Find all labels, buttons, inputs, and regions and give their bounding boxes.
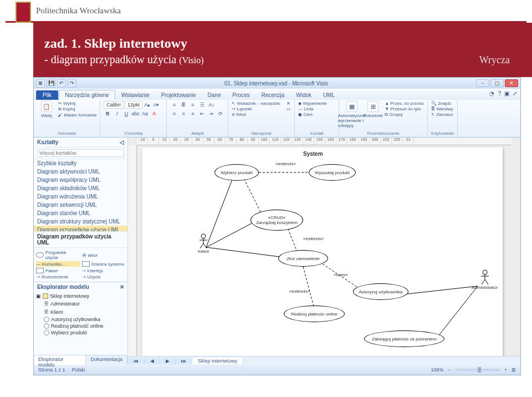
close-child-icon[interactable]: ⤢ — [513, 90, 517, 96]
stencil-component[interactable]: Diagram składników UML — [34, 184, 127, 192]
tree-root[interactable]: ▣ Sklep internetowy — [36, 293, 125, 299]
align-top-button[interactable]: ≡ — [170, 101, 178, 109]
maximize-button[interactable]: ▢ — [490, 79, 504, 87]
shapes-search-input[interactable] — [37, 149, 124, 157]
font-name-select[interactable]: Calibri — [104, 101, 124, 109]
send-back-button[interactable]: ▼ Przesuń do tyłu — [385, 106, 424, 111]
tree-realizuj[interactable]: Realizuj płatność online — [36, 323, 125, 329]
pointer-tool[interactable]: ↖ Wskaźnik – narzędzie — [232, 101, 280, 106]
cut-button[interactable]: ✂ Wytnij — [58, 101, 96, 106]
bold-button[interactable]: B — [104, 110, 111, 118]
help-icon[interactable]: ? — [498, 90, 501, 96]
stencil-state[interactable]: Diagram stanów UML — [34, 209, 127, 217]
page-nav-prev[interactable]: ◀ — [145, 358, 160, 364]
tab-process[interactable]: Proces — [227, 90, 255, 100]
stencil-sequence[interactable]: Diagram sekwencji UML — [34, 201, 127, 209]
canvas-area[interactable]: -100102030405060708090100110120130140150… — [128, 138, 520, 365]
rotate-button[interactable]: ⟳ — [217, 110, 224, 118]
tab-review[interactable]: Recenzja — [256, 90, 290, 100]
align-bot-button[interactable]: ≡ — [189, 101, 197, 109]
italic-button[interactable]: I — [113, 110, 121, 118]
shape-package[interactable]: Pakiet — [36, 268, 80, 273]
font-color-button[interactable]: A — [150, 110, 158, 118]
uc-zloz[interactable]: Złóż zamówienie — [278, 250, 328, 267]
x-tool-icon[interactable]: ✕ — [287, 101, 291, 106]
zoom-out-button[interactable]: − — [448, 367, 451, 373]
uc-realizuj[interactable]: Realizuj płatność online — [284, 306, 345, 322]
grow-font-button[interactable]: A▴ — [144, 101, 151, 109]
tab-view[interactable]: Widok — [290, 90, 317, 100]
text-tool[interactable]: A Tekst — [232, 112, 280, 117]
qat-redo-button[interactable]: ↷ — [68, 79, 76, 88]
stencil-usecase[interactable]: Diagram przypadków użycia UML — [34, 226, 127, 231]
uc-wybierz[interactable]: Wybierz produkt — [214, 164, 259, 181]
underline-button[interactable]: U — [122, 110, 130, 118]
align-left-button[interactable]: ≡ — [170, 110, 178, 118]
tree-wybierz[interactable]: Wybierz produkt — [36, 329, 125, 336]
shape-usecase[interactable]: Przypadek użycia — [36, 250, 80, 260]
explorer-close-icon[interactable]: ✕ — [120, 284, 124, 290]
qat-undo-button[interactable]: ↶ — [57, 79, 66, 88]
shape-use[interactable]: ⇢Użycie — [82, 274, 126, 279]
font-size-select[interactable]: 12pkt — [125, 101, 142, 109]
page-nav-first[interactable]: ⏮ — [128, 358, 145, 364]
fill-button[interactable]: ◆ Wypełnienie — [298, 101, 327, 106]
tab-data[interactable]: Dane — [202, 90, 227, 100]
uc-zarzadzaj[interactable]: «CRUD» Zarządzaj koszykiem — [250, 210, 303, 231]
qat-visio-icon[interactable]: 🗎 — [36, 79, 45, 88]
fit-page-button[interactable]: ⊞ — [511, 367, 516, 373]
page-nav-last[interactable]: ⏭ — [176, 358, 192, 364]
actor-klient[interactable]: Klient — [198, 233, 209, 254]
shape-extend[interactable]: ⇢Rozszerzenie — [36, 274, 80, 279]
connector-tool[interactable]: ↪ Łącznik — [232, 106, 280, 111]
shape-actor[interactable]: 웃aktor — [82, 250, 126, 260]
direction-button[interactable]: A↕ — [207, 101, 215, 109]
format-painter-button[interactable]: 🖌 Malarz formatów — [58, 113, 96, 118]
align-center-button[interactable]: ≡ — [180, 110, 187, 118]
zoom-slider[interactable] — [456, 369, 500, 371]
actor-admin[interactable]: Administrator — [469, 269, 500, 290]
line-button[interactable]: — Linia — [298, 106, 327, 111]
page-nav-next[interactable]: ▶ — [160, 358, 176, 364]
stencil-activity[interactable]: Diagram aktywności UML — [34, 167, 127, 176]
tab-uml[interactable]: UML — [318, 90, 340, 100]
bullets-button[interactable]: ☰ — [198, 101, 206, 109]
tree-autoryzuj[interactable]: Autoryzuj użytkownika — [36, 316, 125, 323]
file-tab[interactable]: Plik — [36, 90, 58, 100]
shadow-button[interactable]: ◼ Cień — [298, 112, 327, 117]
find-button[interactable]: 🔍 Znajdź — [431, 101, 453, 106]
tab-home[interactable]: Narzędzia główne — [59, 90, 115, 100]
layers-button[interactable]: ≣ Warstwy — [431, 106, 453, 111]
close-button[interactable]: ✕ — [505, 79, 518, 87]
zoom-value[interactable]: 106% — [431, 367, 443, 373]
shapes-collapse-icon[interactable]: ◁ — [120, 139, 124, 145]
restore-child-icon[interactable]: ▣ — [504, 90, 509, 96]
uc-wyszukaj[interactable]: Wyszukaj produkt — [309, 164, 356, 181]
tab-documentation[interactable]: Dokumentacja — [86, 355, 127, 365]
quick-shapes[interactable]: Szybkie kształty — [34, 159, 127, 167]
shrink-font-button[interactable]: A▾ — [152, 101, 160, 109]
copy-button[interactable]: ⧉ Kopiuj — [58, 106, 96, 112]
indent-inc-button[interactable]: ⇥ — [207, 110, 215, 118]
indent-dec-button[interactable]: ⇤ — [198, 110, 206, 118]
shape-communicate[interactable]: —Komuniko... — [36, 261, 80, 267]
minimize-button[interactable]: − — [476, 79, 489, 87]
position-button[interactable]: ⊞Położenie — [364, 101, 382, 118]
drawing-page[interactable]: System Wybierz produkt «extends» Wyszuka… — [142, 147, 503, 358]
uc-autoryzuj[interactable]: Autoryzuj użytkownika — [353, 283, 408, 300]
tab-explorer[interactable]: Eksplorator modelu — [34, 355, 86, 365]
align-mid-button[interactable]: ≣ — [180, 101, 187, 109]
select-button[interactable]: ↖ Zaznacz — [431, 112, 453, 117]
align-right-button[interactable]: ≡ — [189, 110, 197, 118]
shape-boundary[interactable]: Granica systemu — [82, 261, 126, 267]
paste-button[interactable]: 📋 Wklej — [37, 101, 56, 118]
tab-design[interactable]: Projektowanie — [156, 90, 202, 100]
rect-tool-icon[interactable]: ▭ — [287, 106, 291, 111]
tree-klient[interactable]: 웃Klient — [36, 308, 125, 316]
minimize-ribbon-icon[interactable]: ◔ — [489, 90, 494, 96]
qat-save-button[interactable]: 💾 — [47, 79, 55, 88]
bring-front-button[interactable]: ▲ Przes. do przodu — [385, 101, 424, 106]
uc-zaksieguj[interactable]: Zaksięguj płatność za pobraniem — [364, 330, 444, 347]
strike-button[interactable]: abc — [132, 110, 140, 118]
font-aa-button[interactable]: Aa — [141, 110, 149, 118]
